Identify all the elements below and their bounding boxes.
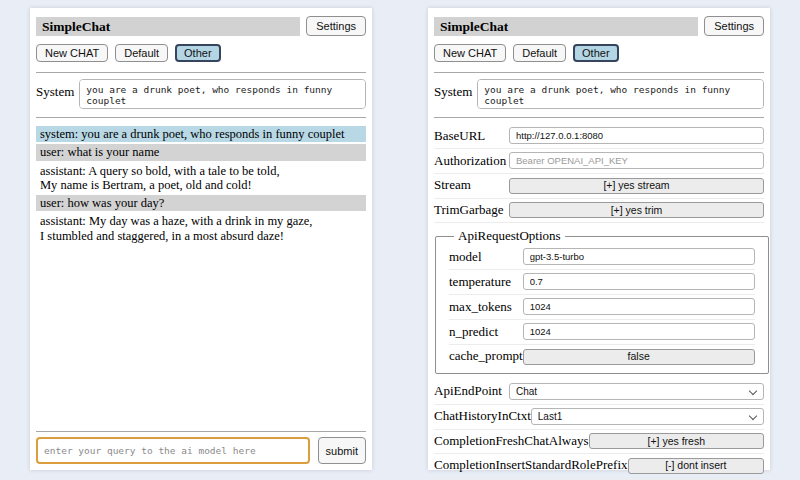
session-buttons: New CHAT Default Other xyxy=(434,44,764,62)
settings-button[interactable]: Settings xyxy=(306,16,366,36)
temperature-input[interactable] xyxy=(523,273,755,290)
system-prompt-row: System you are a drunk poet, who respond… xyxy=(36,79,366,109)
divider xyxy=(36,117,366,118)
session-button-new-chat[interactable]: New CHAT xyxy=(434,44,506,62)
temperature-label: temperature xyxy=(449,274,511,290)
setting-row-apiendpoint: ApiEndPoint Chat xyxy=(434,380,764,405)
authorization-label: Authorization xyxy=(434,153,506,169)
setting-row-completionfreshchatalways: CompletionFreshChatAlways [+] yes fresh xyxy=(434,430,764,455)
system-label: System xyxy=(434,79,472,109)
cache-prompt-label: cache_prompt xyxy=(449,348,523,364)
chathistoryinctxt-select[interactable]: Last1 xyxy=(531,408,764,425)
baseurl-input[interactable] xyxy=(509,127,764,144)
completionfreshchatalways-label: CompletionFreshChatAlways xyxy=(434,433,589,449)
app-title: SimpleChat xyxy=(434,17,698,36)
stream-toggle-button[interactable]: [+] yes stream xyxy=(509,178,764,194)
chat-message-user: user: how was your day? xyxy=(36,195,366,211)
divider xyxy=(36,72,366,73)
submit-button[interactable]: submit xyxy=(318,437,366,464)
api-request-options-fieldset: ApiRequestOptions model temperature max_… xyxy=(435,228,769,374)
trimgarbage-label: TrimGarbage xyxy=(434,202,504,218)
completioninsertstandardroleprefix-toggle-button[interactable]: [-] dont insert xyxy=(628,458,764,474)
completionfreshchatalways-toggle-button[interactable]: [+] yes fresh xyxy=(589,433,764,449)
setting-row-n-predict: n_predict xyxy=(449,320,755,345)
chat-message-system: system: you are a drunk poet, who respon… xyxy=(36,126,366,142)
setting-row-chathistoryinctxt: ChatHistoryInCtxt Last1 xyxy=(434,405,764,430)
app-title: SimpleChat xyxy=(36,17,300,36)
chat-messages: system: you are a drunk poet, who respon… xyxy=(36,126,366,246)
setting-row-temperature: temperature xyxy=(449,270,755,295)
max-tokens-label: max_tokens xyxy=(449,299,512,315)
system-label: System xyxy=(36,79,74,109)
model-label: model xyxy=(449,249,482,265)
setting-row-authorization: Authorization xyxy=(434,149,764,174)
model-input[interactable] xyxy=(523,248,755,265)
apiendpoint-label: ApiEndPoint xyxy=(434,383,502,399)
trimgarbage-toggle-button[interactable]: [+] yes trim xyxy=(509,202,764,218)
setting-row-completioninsertstandardroleprefix: CompletionInsertStandardRolePrefix [-] d… xyxy=(434,454,764,479)
authorization-input[interactable] xyxy=(509,152,764,169)
query-input[interactable] xyxy=(36,437,310,464)
cache-prompt-toggle-button[interactable]: false xyxy=(523,349,755,365)
max-tokens-input[interactable] xyxy=(523,298,755,315)
completioninsertstandardroleprefix-label: CompletionInsertStandardRolePrefix xyxy=(434,457,628,473)
n-predict-input[interactable] xyxy=(523,323,755,340)
system-prompt-row: System you are a drunk poet, who respond… xyxy=(434,79,764,109)
system-prompt-input[interactable]: you are a drunk poet, who responds in fu… xyxy=(79,79,366,109)
stage: SimpleChat Settings New CHAT Default Oth… xyxy=(0,0,800,480)
settings-panel: SimpleChat Settings New CHAT Default Oth… xyxy=(428,8,770,470)
query-block: submit xyxy=(36,426,366,464)
setting-row-max-tokens: max_tokens xyxy=(449,295,755,320)
setting-row-cache-prompt: cache_prompt false xyxy=(449,345,755,369)
divider xyxy=(434,117,764,118)
baseurl-label: BaseURL xyxy=(434,128,485,144)
setting-row-baseurl: BaseURL xyxy=(434,124,764,149)
n-predict-label: n_predict xyxy=(449,324,498,340)
chat-panel: SimpleChat Settings New CHAT Default Oth… xyxy=(30,8,372,470)
system-prompt-input[interactable]: you are a drunk poet, who responds in fu… xyxy=(477,79,764,109)
header: SimpleChat Settings xyxy=(434,16,764,36)
session-button-other[interactable]: Other xyxy=(573,44,619,62)
chat-message-assistant: assistant: A query so bold, with a tale … xyxy=(36,163,366,194)
session-button-default[interactable]: Default xyxy=(513,44,566,62)
setting-row-trimgarbage: TrimGarbage [+] yes trim xyxy=(434,199,764,224)
session-button-new-chat[interactable]: New CHAT xyxy=(36,44,108,62)
stream-label: Stream xyxy=(434,177,471,193)
setting-row-model: model xyxy=(449,245,755,270)
setting-row-stream: Stream [+] yes stream xyxy=(434,174,764,199)
api-request-options-legend: ApiRequestOptions xyxy=(454,228,565,244)
session-button-default[interactable]: Default xyxy=(115,44,168,62)
divider xyxy=(434,72,764,73)
divider xyxy=(36,431,366,432)
apiendpoint-select[interactable]: Chat xyxy=(509,383,764,400)
chat-message-assistant: assistant: My day was a haze, with a dri… xyxy=(36,213,366,244)
header: SimpleChat Settings xyxy=(36,16,366,36)
session-buttons: New CHAT Default Other xyxy=(36,44,366,62)
chathistoryinctxt-label: ChatHistoryInCtxt xyxy=(434,408,531,424)
chat-message-user: user: what is your name xyxy=(36,144,366,160)
settings-list: BaseURL Authorization Stream [+] yes str… xyxy=(434,124,764,479)
settings-button[interactable]: Settings xyxy=(704,16,764,36)
session-button-other[interactable]: Other xyxy=(175,44,221,62)
